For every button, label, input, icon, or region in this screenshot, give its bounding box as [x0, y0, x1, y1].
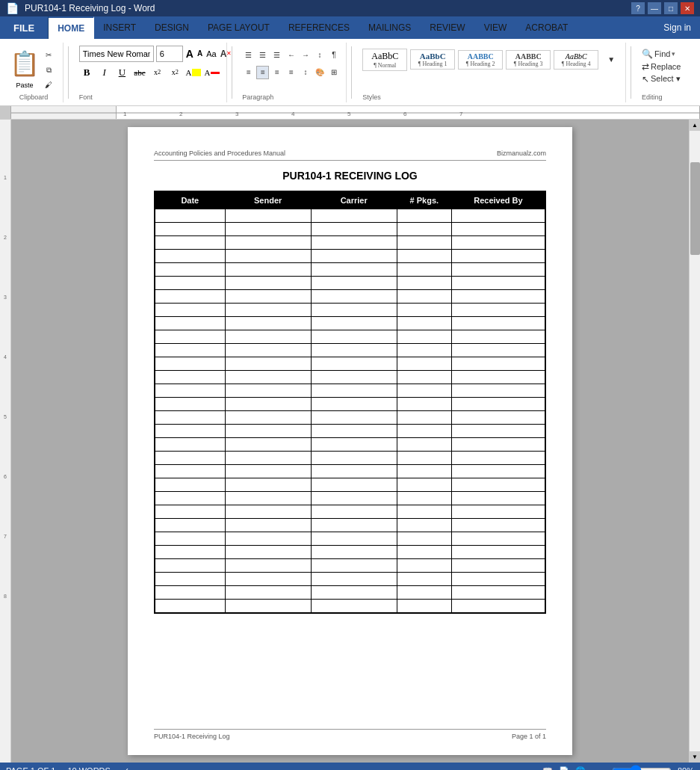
table-cell[interactable] [451, 209, 545, 223]
view-web-button[interactable]: 🌐 [575, 766, 586, 771]
table-cell[interactable] [311, 532, 397, 546]
table-cell[interactable] [225, 263, 311, 277]
table-cell[interactable] [451, 384, 545, 398]
table-cell[interactable] [311, 330, 397, 344]
table-cell[interactable] [397, 263, 451, 277]
table-cell[interactable] [311, 478, 397, 492]
text-color-button[interactable]: A [204, 64, 220, 81]
table-cell[interactable] [225, 600, 311, 613]
borders-button[interactable]: ⊞ [327, 66, 340, 79]
table-cell[interactable] [311, 505, 397, 519]
multilevel-button[interactable]: ☰ [270, 49, 283, 62]
table-cell[interactable] [225, 371, 311, 384]
table-cell[interactable] [451, 505, 545, 519]
table-cell[interactable] [397, 546, 451, 559]
numbering-button[interactable]: ☰ [256, 49, 269, 62]
table-cell[interactable] [451, 546, 545, 559]
table-cell[interactable] [397, 600, 451, 613]
table-cell[interactable] [451, 263, 545, 277]
table-cell[interactable] [397, 573, 451, 586]
table-cell[interactable] [397, 398, 451, 411]
table-cell[interactable] [155, 384, 225, 398]
table-cell[interactable] [311, 357, 397, 371]
table-cell[interactable] [155, 519, 225, 532]
minimize-button[interactable]: — [648, 2, 661, 14]
table-cell[interactable] [155, 546, 225, 559]
table-cell[interactable] [155, 398, 225, 411]
justify-button[interactable]: ≡ [285, 66, 297, 79]
paste-button[interactable]: 📋 [10, 46, 39, 81]
table-cell[interactable] [397, 209, 451, 223]
shrink-font-button[interactable]: A [196, 46, 203, 62]
tab-home[interactable]: HOME [49, 16, 94, 39]
table-cell[interactable] [311, 600, 397, 613]
table-cell[interactable] [451, 573, 545, 586]
align-center-button[interactable]: ≡ [256, 66, 269, 79]
table-cell[interactable] [155, 586, 225, 600]
bullets-button[interactable]: ☰ [242, 49, 255, 62]
table-cell[interactable] [451, 290, 545, 304]
find-button[interactable]: 🔍 Find ▾ [642, 49, 690, 59]
table-cell[interactable] [451, 236, 545, 250]
table-cell[interactable] [225, 411, 311, 425]
table-cell[interactable] [397, 344, 451, 357]
table-cell[interactable] [451, 559, 545, 573]
maximize-button[interactable]: □ [664, 2, 678, 14]
table-cell[interactable] [225, 330, 311, 344]
table-cell[interactable] [451, 223, 545, 236]
table-cell[interactable] [155, 425, 225, 438]
table-cell[interactable] [225, 452, 311, 465]
superscript-button[interactable]: x2 [167, 64, 183, 81]
table-cell[interactable] [451, 532, 545, 546]
table-cell[interactable] [397, 330, 451, 344]
help-button[interactable]: ? [631, 2, 645, 14]
table-cell[interactable] [155, 290, 225, 304]
table-cell[interactable] [225, 209, 311, 223]
table-cell[interactable] [451, 277, 545, 290]
style-heading1[interactable]: AaBbC ¶ Heading 1 [410, 49, 455, 70]
table-cell[interactable] [225, 344, 311, 357]
table-cell[interactable] [311, 438, 397, 452]
table-cell[interactable] [225, 357, 311, 371]
table-cell[interactable] [225, 465, 311, 478]
table-cell[interactable] [311, 223, 397, 236]
table-cell[interactable] [225, 438, 311, 452]
copy-button[interactable]: ⧉ [40, 64, 57, 77]
change-case-button[interactable]: Aa [205, 46, 217, 62]
table-cell[interactable] [311, 384, 397, 398]
view-print-button[interactable]: 📄 [559, 766, 569, 771]
table-cell[interactable] [225, 236, 311, 250]
table-cell[interactable] [311, 465, 397, 478]
table-cell[interactable] [397, 223, 451, 236]
line-spacing-button[interactable]: ↕ [299, 66, 312, 79]
table-cell[interactable] [155, 344, 225, 357]
table-cell[interactable] [397, 438, 451, 452]
table-cell[interactable] [397, 425, 451, 438]
table-cell[interactable] [225, 559, 311, 573]
table-cell[interactable] [311, 586, 397, 600]
table-cell[interactable] [451, 371, 545, 384]
styles-scroll-down[interactable]: ▼ [603, 53, 619, 67]
table-cell[interactable] [311, 290, 397, 304]
table-cell[interactable] [311, 317, 397, 330]
table-cell[interactable] [225, 277, 311, 290]
table-cell[interactable] [311, 209, 397, 223]
table-cell[interactable] [397, 236, 451, 250]
table-cell[interactable] [225, 505, 311, 519]
table-cell[interactable] [311, 277, 397, 290]
table-cell[interactable] [397, 277, 451, 290]
font-name-input[interactable] [79, 46, 154, 62]
scroll-up-button[interactable]: ▲ [690, 120, 701, 131]
table-cell[interactable] [451, 465, 545, 478]
table-cell[interactable] [311, 236, 397, 250]
table-cell[interactable] [155, 532, 225, 546]
table-cell[interactable] [155, 330, 225, 344]
table-cell[interactable] [225, 250, 311, 263]
table-cell[interactable] [397, 478, 451, 492]
table-cell[interactable] [155, 371, 225, 384]
table-cell[interactable] [311, 411, 397, 425]
table-cell[interactable] [397, 519, 451, 532]
table-cell[interactable] [155, 478, 225, 492]
format-painter-button[interactable]: 🖌 [40, 78, 57, 92]
table-cell[interactable] [451, 438, 545, 452]
